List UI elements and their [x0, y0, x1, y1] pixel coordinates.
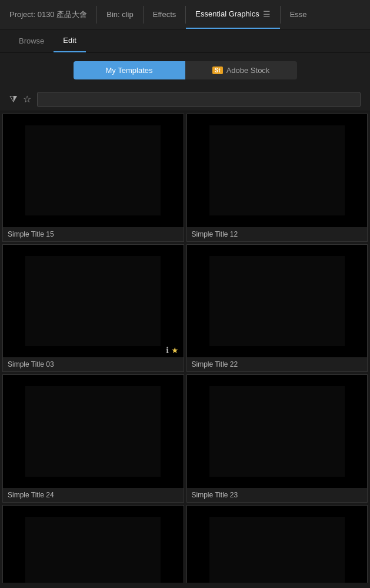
grid-item-8[interactable]: Simple Title 20: [186, 505, 368, 583]
grid-label-3: Simple Title 03: [3, 357, 184, 371]
grid-thumb-2: [187, 114, 368, 227]
grid-item-5[interactable]: Simple Title 24: [2, 374, 184, 503]
nav-effects[interactable]: Effects: [144, 0, 186, 29]
adobe-stock-button[interactable]: St Adobe Stock: [185, 61, 297, 79]
nav-essential-graphics[interactable]: Essential Graphics ☰: [186, 0, 279, 29]
my-templates-button[interactable]: My Templates: [74, 61, 185, 79]
grid-thumb-inner-3: [25, 256, 161, 346]
nav-bin[interactable]: Bin: clip: [97, 0, 143, 29]
nav-esse[interactable]: Esse: [281, 0, 316, 29]
grid-thumb-5: [3, 375, 184, 488]
grid-thumb-inner-4: [209, 256, 345, 346]
info-icon-3[interactable]: ℹ: [166, 346, 169, 355]
project-label: Project: 0130 產品大會: [0, 9, 96, 20]
grid-label-2: Simple Title 12: [187, 227, 368, 241]
toggle-group: My Templates St Adobe Stock: [74, 61, 297, 79]
top-nav-bar: Project: 0130 產品大會 Bin: clip Effects Ess…: [0, 0, 370, 29]
grid-item-6[interactable]: Simple Title 23: [186, 374, 368, 503]
grid-item-3[interactable]: ℹ★Simple Title 03: [2, 244, 184, 373]
grid-label-5: Simple Title 24: [3, 488, 184, 502]
grid-item-7[interactable]: Simple Title 21: [2, 505, 184, 583]
grid-thumb-1: [3, 114, 184, 227]
grid-thumb-7: [3, 506, 184, 583]
sub-tabs-bar: Browse Edit: [0, 29, 370, 53]
grid-label-4: Simple Title 22: [187, 357, 368, 371]
nav-menu-icon[interactable]: ☰: [263, 9, 271, 19]
grid-thumb-inner-1: [25, 125, 161, 215]
grid-item-4[interactable]: Simple Title 22: [186, 244, 368, 373]
templates-grid: Simple Title 15Simple Title 12ℹ★Simple T…: [0, 111, 370, 583]
grid-thumb-8: [187, 506, 368, 583]
filter-row: ⧩ ☆: [0, 88, 370, 111]
grid-thumb-inner-5: [25, 386, 161, 476]
grid-thumb-inner-7: [25, 517, 161, 583]
grid-thumb-inner-8: [209, 517, 345, 583]
grid-label-6: Simple Title 23: [187, 488, 368, 502]
grid-overlay-3: ℹ★: [166, 346, 179, 355]
favorites-star-icon[interactable]: ☆: [23, 94, 31, 105]
tab-browse[interactable]: Browse: [9, 29, 54, 52]
grid-label-1: Simple Title 15: [3, 227, 184, 241]
grid-thumb-6: [187, 375, 368, 488]
grid-item-1[interactable]: Simple Title 15: [2, 114, 184, 242]
template-toggle-row: My Templates St Adobe Stock: [0, 53, 370, 88]
grid-thumb-inner-6: [209, 386, 345, 476]
star-icon-3[interactable]: ★: [171, 346, 179, 355]
filter-icon[interactable]: ⧩: [9, 94, 17, 105]
search-input[interactable]: [37, 92, 361, 107]
tab-edit[interactable]: Edit: [54, 29, 85, 52]
grid-item-2[interactable]: Simple Title 12: [186, 114, 368, 242]
st-badge: St: [212, 67, 223, 74]
grid-thumb-3: [3, 245, 184, 358]
grid-thumb-4: [187, 245, 368, 358]
grid-thumb-inner-2: [209, 125, 345, 215]
